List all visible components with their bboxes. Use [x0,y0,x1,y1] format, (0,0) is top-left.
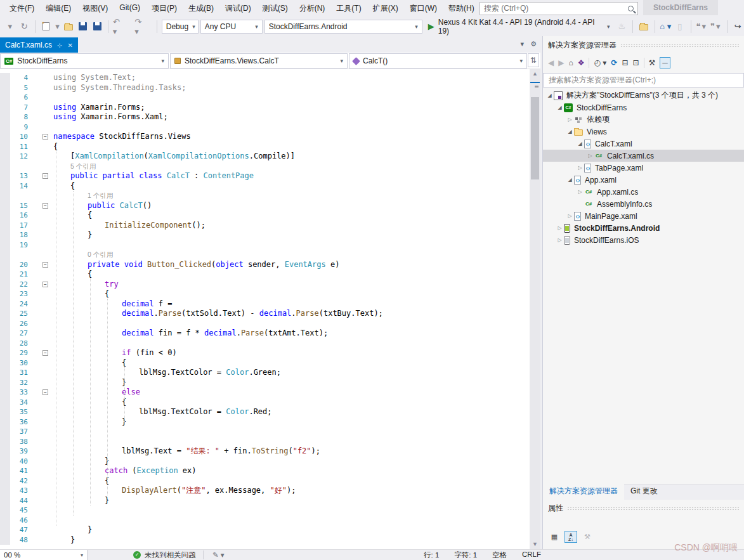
breakpoint-margin[interactable] [0,260,10,270]
breakpoint-margin[interactable] [0,339,10,349]
column-indicator[interactable]: 字符: 1 [454,550,477,560]
breakpoint-margin[interactable] [0,358,10,368]
scroll-down-icon[interactable]: ▼ [530,540,540,549]
new-file-dropdown-icon[interactable]: ▾ [55,20,61,33]
collapse-all-icon[interactable]: ⊟ [622,58,628,67]
breakpoint-margin[interactable] [0,152,10,162]
expander-icon[interactable]: ▷ [566,117,574,122]
menu-e[interactable]: 编辑(E) [40,1,77,16]
tab-git-changes[interactable]: Git 更改 [624,483,664,500]
startup-project-dropdown[interactable]: StockDiffEarns.Android▾ [264,20,422,34]
vertical-scrollbar[interactable]: ▲ ▼ [530,69,540,549]
nav-forward-icon[interactable]: ↻ [18,20,31,33]
eol-indicator[interactable]: CRLF [522,550,541,560]
breakpoint-margin[interactable] [0,230,10,240]
fold-toggle-icon[interactable]: − [42,203,48,209]
breakpoint-margin[interactable] [0,407,10,417]
breakpoint-margin[interactable] [0,398,10,408]
menu-t[interactable]: 工具(T) [330,1,367,16]
breakpoint-margin[interactable] [0,476,10,486]
switch-views-icon[interactable]: ❖ [578,58,585,67]
breakpoint-margin[interactable] [0,505,10,516]
properties-wrench-icon[interactable]: ⚒ [649,58,656,67]
zoom-level-dropdown[interactable]: 00 % ▾ [0,550,88,560]
breakpoint-margin[interactable] [0,221,10,231]
fold-toggle-icon[interactable]: − [42,173,48,179]
preview-selected-items-toggle[interactable]: ─ [660,57,670,68]
breakpoint-margin[interactable] [0,201,10,211]
breakpoint-margin[interactable] [0,427,10,437]
breakpoint-margin[interactable] [0,368,10,378]
menu-d[interactable]: 调试(D) [219,1,257,16]
menu-b[interactable]: 生成(B) [183,1,219,16]
breakpoint-margin[interactable] [0,103,10,113]
breakpoint-margin[interactable] [0,162,10,172]
tree-item-calct.xaml.cs[interactable]: ▷C#CalcT.xaml.cs [543,150,744,162]
expander-icon[interactable]: ▷ [576,165,584,171]
type-dropdown[interactable]: StockDiffEarns.Views.CalcT▾ [170,53,348,68]
solution-search-input[interactable]: 搜索解决方案资源管理器(Ctrl+;) [543,73,744,88]
tree-item--[interactable]: ▷依赖项 [543,114,744,126]
tab-calct-xaml-cs[interactable]: CalcT.xaml.cs ⊹ ✕ [0,37,78,53]
pin-icon[interactable]: ⊹ [57,42,62,49]
pending-changes-filter-icon[interactable]: ◴ ▾ [594,58,606,67]
tree-item-stockdiffearns.android[interactable]: ▷StockDiffEarns.Android [543,222,744,234]
platform-dropdown[interactable]: Any CPU▾ [200,20,263,34]
tree-item-views[interactable]: ◢Views [543,126,744,138]
expander-icon[interactable]: ◢ [566,129,574,134]
breakpoint-margin[interactable] [0,378,10,388]
tree-item-stockdiffearns.ios[interactable]: ▷StockDiffEarns.iOS [543,234,744,246]
expander-icon[interactable]: ▷ [576,189,584,195]
undo-icon[interactable]: ↶ ▾ [113,20,126,33]
breakpoint-margin[interactable] [0,122,10,133]
save-icon[interactable] [77,20,89,33]
breakpoint-margin[interactable] [0,299,10,309]
breakpoint-margin[interactable] [0,280,10,290]
close-icon[interactable]: ✕ [67,42,72,49]
breakpoint-margin[interactable] [0,250,10,260]
tree-item-app.xaml[interactable]: ◢App.xaml [543,174,744,186]
redo-icon[interactable]: ↷ ▾ [134,20,147,33]
comment-icon[interactable]: ❝▾ [696,20,708,33]
breakpoint-margin[interactable] [0,171,10,181]
menu-p[interactable]: 项目(P) [146,1,183,16]
expander-icon[interactable]: ◢ [556,105,564,110]
menu-x[interactable]: 扩展(X) [367,1,404,16]
tab-solution-explorer[interactable]: 解决方案资源管理器 [543,483,624,500]
tree-item-tabpage.xaml[interactable]: ▷TabPage.xaml [543,162,744,174]
menu-n[interactable]: 分析(N) [294,1,331,16]
breakpoint-margin[interactable] [0,466,10,476]
codelens-references[interactable]: 0 个引用 [88,251,113,258]
expander-icon[interactable]: ▷ [566,213,574,219]
uncomment-icon[interactable]: ❞▾ [710,20,722,33]
save-all-icon[interactable] [91,20,103,33]
expander-icon[interactable]: ◢ [545,93,554,98]
breakpoint-margin[interactable] [0,132,10,142]
line-indicator[interactable]: 行: 1 [424,550,439,560]
breakpoint-margin[interactable] [0,516,10,526]
nav-backward-icon[interactable]: ▾ [4,20,16,33]
tree-item-stockdiffearns[interactable]: ◢C#StockDiffEarns [543,101,744,114]
breakpoint-margin[interactable] [0,142,10,152]
tree-item-calct.xaml[interactable]: ◢CalcT.xaml [543,138,744,150]
breakpoint-margin[interactable] [0,191,10,201]
expander-icon[interactable]: ▷ [556,237,564,243]
breakpoint-margin[interactable] [0,211,10,221]
tree-item-mainpage.xaml[interactable]: ▷MainPage.xaml [543,210,744,222]
menu-h[interactable]: 帮助(H) [443,1,480,16]
spaces-indicator[interactable]: 空格 [492,550,507,560]
breakpoint-margin[interactable] [0,457,10,467]
code-editor[interactable]: 4using System.Text;5using System.Threadi… [0,69,540,549]
forward-icon[interactable]: ▶ [558,58,564,67]
home-icon[interactable]: ⌂ [568,58,573,67]
breakpoint-margin[interactable] [0,486,10,496]
breakpoint-margin[interactable] [0,112,10,122]
scroll-up-icon[interactable]: ▲ [530,69,540,79]
run-dropdown-icon[interactable]: ▾ [607,23,610,30]
fold-toggle-icon[interactable]: − [42,262,48,268]
breakpoint-margin[interactable] [0,93,10,103]
fold-toggle-icon[interactable]: − [42,134,48,140]
breakpoint-margin[interactable] [0,437,10,447]
breakpoint-margin[interactable] [0,535,10,545]
menu-s[interactable]: 测试(S) [257,1,294,16]
